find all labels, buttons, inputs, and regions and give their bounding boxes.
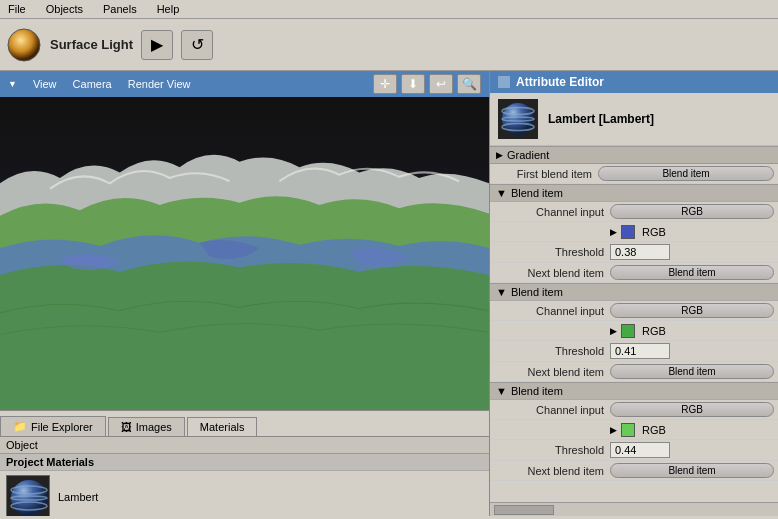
next-blend-btn-1[interactable]: Blend item bbox=[610, 265, 774, 280]
left-panel: ▼ View Camera Render View ✛ ⬇ ↩ 🔍 bbox=[0, 71, 490, 516]
next-blend-btn-2[interactable]: Blend item bbox=[610, 364, 774, 379]
terrain-visualization bbox=[0, 97, 489, 410]
rgb-swatch-2[interactable] bbox=[621, 324, 635, 338]
channel-btn-1[interactable]: RGB bbox=[610, 204, 774, 219]
blend-rgb-row-1: ▶ RGB bbox=[490, 222, 778, 242]
menu-file[interactable]: File bbox=[4, 2, 30, 16]
folder-icon: 📁 bbox=[13, 420, 27, 433]
bottom-tabs: 📁 File Explorer 🖼 Images Materials bbox=[0, 410, 489, 436]
first-blend-button[interactable]: Blend item bbox=[598, 166, 774, 181]
threshold-input-1[interactable] bbox=[610, 244, 670, 260]
blend-channel-row-2: Channel input RGB bbox=[490, 301, 778, 321]
channel-value-3: RGB bbox=[610, 402, 774, 417]
lambert-attr-label: Lambert [Lambert] bbox=[548, 112, 654, 126]
lambert-row: Lambert [Lambert] bbox=[490, 93, 778, 146]
toolbar: Surface Light ▶ ↺ bbox=[0, 19, 778, 71]
channel-value-2: RGB bbox=[610, 303, 774, 318]
next-blend-value-3: Blend item bbox=[610, 463, 774, 478]
image-icon: 🖼 bbox=[121, 421, 132, 433]
channel-btn-2[interactable]: RGB bbox=[610, 303, 774, 318]
threshold-input-2[interactable] bbox=[610, 343, 670, 359]
view-header: ▼ View Camera Render View ✛ ⬇ ↩ 🔍 bbox=[0, 71, 489, 97]
threshold-label-2: Threshold bbox=[510, 345, 610, 357]
blend-triangle-2: ▼ bbox=[496, 286, 507, 298]
materials-header: Object bbox=[0, 437, 489, 454]
first-blend-value: Blend item bbox=[598, 166, 774, 181]
viewport bbox=[0, 97, 489, 410]
hscroll-thumb[interactable] bbox=[494, 505, 554, 515]
rgb-text-3: RGB bbox=[642, 424, 666, 436]
blend-section-2: ▼ Blend item Channel input RGB ▶ RGB bbox=[490, 283, 778, 382]
materials-content: Lambert bbox=[0, 471, 489, 516]
threshold-input-3[interactable] bbox=[610, 442, 670, 458]
render-label[interactable]: Render View bbox=[128, 78, 191, 90]
blend-label-1: Blend item bbox=[511, 187, 563, 199]
channel-value-1: RGB bbox=[610, 204, 774, 219]
attr-editor-header: Attribute Editor bbox=[490, 71, 778, 93]
gradient-label: Gradient bbox=[507, 149, 549, 161]
materials-panel: Object Project Materials bbox=[0, 436, 489, 516]
blend-label-3: Blend item bbox=[511, 385, 563, 397]
gradient-section-header[interactable]: ▶ Gradient bbox=[490, 146, 778, 164]
rgb-triangle-2: ▶ bbox=[610, 326, 617, 336]
tab-images-label: Images bbox=[136, 421, 172, 433]
threshold-value-3 bbox=[610, 442, 774, 458]
rotate-button[interactable]: ↺ bbox=[181, 30, 213, 60]
next-blend-value-2: Blend item bbox=[610, 364, 774, 379]
blend-header-2[interactable]: ▼ Blend item bbox=[490, 283, 778, 301]
first-blend-row: First blend item Blend item bbox=[490, 164, 778, 184]
view-controls: ✛ ⬇ ↩ 🔍 bbox=[373, 74, 481, 94]
next-blend-value-1: Blend item bbox=[610, 265, 774, 280]
sphere-icon bbox=[6, 27, 42, 63]
search-view-button[interactable]: 🔍 bbox=[457, 74, 481, 94]
next-blend-btn-3[interactable]: Blend item bbox=[610, 463, 774, 478]
attr-scroll-area[interactable]: ▶ Gradient First blend item Blend item ▼… bbox=[490, 146, 778, 502]
blend-header-3[interactable]: ▼ Blend item bbox=[490, 382, 778, 400]
attr-editor-icon bbox=[498, 76, 510, 88]
rgb-swatch-1[interactable] bbox=[621, 225, 635, 239]
threshold-value-2 bbox=[610, 343, 774, 359]
next-blend-label-3: Next blend item bbox=[510, 465, 610, 477]
next-blend-row-1: Next blend item Blend item bbox=[490, 263, 778, 283]
rgb-swatch-3[interactable] bbox=[621, 423, 635, 437]
rgb-text-1: RGB bbox=[642, 226, 666, 238]
channel-label-3: Channel input bbox=[510, 404, 610, 416]
channel-btn-3[interactable]: RGB bbox=[610, 402, 774, 417]
next-blend-label-1: Next blend item bbox=[510, 267, 610, 279]
surface-light-label: Surface Light bbox=[50, 37, 133, 52]
rgb-value-1: ▶ RGB bbox=[610, 225, 774, 239]
menu-help[interactable]: Help bbox=[153, 2, 184, 16]
project-materials-header: Project Materials bbox=[0, 454, 489, 471]
camera-label[interactable]: Camera bbox=[73, 78, 112, 90]
rgb-value-2: ▶ RGB bbox=[610, 324, 774, 338]
first-blend-label: First blend item bbox=[498, 168, 598, 180]
next-blend-row-3: Next blend item Blend item bbox=[490, 461, 778, 481]
rgb-triangle-3: ▶ bbox=[610, 425, 617, 435]
blend-label-2: Blend item bbox=[511, 286, 563, 298]
play-button[interactable]: ▶ bbox=[141, 30, 173, 60]
blend-section-1: ▼ Blend item Channel input RGB ▶ RGB bbox=[490, 184, 778, 283]
blend-header-1[interactable]: ▼ Blend item bbox=[490, 184, 778, 202]
view-triangle: ▼ bbox=[8, 79, 17, 89]
menubar: File Objects Panels Help bbox=[0, 0, 778, 19]
main-layout: ▼ View Camera Render View ✛ ⬇ ↩ 🔍 bbox=[0, 71, 778, 516]
blend-rgb-row-2: ▶ RGB bbox=[490, 321, 778, 341]
move-view-button[interactable]: ✛ bbox=[373, 74, 397, 94]
blend-section-3: ▼ Blend item Channel input RGB ▶ RGB bbox=[490, 382, 778, 481]
tab-file-explorer[interactable]: 📁 File Explorer bbox=[0, 416, 106, 436]
threshold-label-3: Threshold bbox=[510, 444, 610, 456]
rotate-view-button[interactable]: ↩ bbox=[429, 74, 453, 94]
tab-images[interactable]: 🖼 Images bbox=[108, 417, 185, 436]
tab-materials[interactable]: Materials bbox=[187, 417, 258, 436]
threshold-row-2: Threshold bbox=[490, 341, 778, 362]
bottom-scrollbar[interactable] bbox=[490, 502, 778, 516]
down-view-button[interactable]: ⬇ bbox=[401, 74, 425, 94]
lambert-thumbnail[interactable] bbox=[6, 475, 50, 516]
rgb-value-3: ▶ RGB bbox=[610, 423, 774, 437]
attr-editor-title: Attribute Editor bbox=[516, 75, 604, 89]
blend-channel-row-1: Channel input RGB bbox=[490, 202, 778, 222]
menu-panels[interactable]: Panels bbox=[99, 2, 141, 16]
menu-objects[interactable]: Objects bbox=[42, 2, 87, 16]
next-blend-label-2: Next blend item bbox=[510, 366, 610, 378]
attribute-editor: Attribute Editor Lambert [Lambert] bbox=[490, 71, 778, 516]
